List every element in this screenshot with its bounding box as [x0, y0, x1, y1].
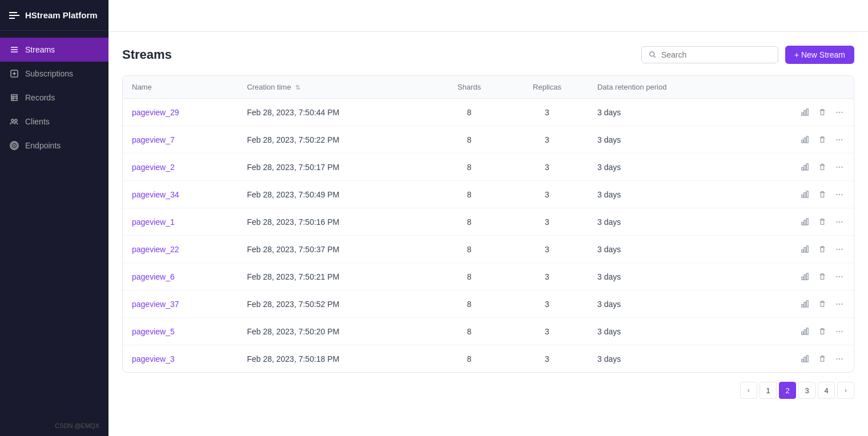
stream-delete-button[interactable]: [817, 354, 827, 364]
table-row: pageview_34 Feb 28, 2023, 7:50:49 PM 8 3…: [123, 181, 854, 208]
cell-name: pageview_6: [123, 263, 238, 290]
svg-rect-57: [806, 328, 808, 334]
svg-rect-14: [804, 138, 806, 143]
stream-link[interactable]: pageview_3: [132, 354, 175, 364]
pagination-page-4[interactable]: 4: [818, 382, 835, 399]
svg-point-22: [836, 166, 837, 167]
svg-rect-20: [804, 165, 806, 170]
search-box[interactable]: [641, 46, 778, 63]
cell-creation-time: Feb 28, 2023, 7:50:18 PM: [238, 345, 432, 373]
stream-stats-button[interactable]: [799, 271, 810, 282]
pagination-page-2[interactable]: 2: [779, 382, 796, 399]
cell-creation-time: Feb 28, 2023, 7:50:17 PM: [238, 154, 432, 181]
cell-replicas: 3: [506, 236, 588, 263]
sidebar-item-streams[interactable]: Streams: [0, 38, 108, 62]
new-stream-button[interactable]: + New Stream: [785, 46, 854, 64]
stream-more-button[interactable]: [834, 326, 845, 337]
stream-delete-button[interactable]: [817, 272, 827, 282]
svg-point-36: [841, 221, 842, 222]
svg-point-46: [836, 276, 837, 277]
subscriptions-icon: [9, 68, 19, 79]
logo-icon: [9, 12, 19, 19]
svg-rect-9: [806, 109, 808, 115]
svg-rect-61: [802, 359, 803, 362]
cell-shards: 8: [432, 290, 506, 318]
stream-delete-button[interactable]: [817, 107, 827, 118]
stream-link[interactable]: pageview_29: [132, 108, 179, 117]
sidebar-item-records[interactable]: Records: [0, 86, 108, 110]
stream-more-button[interactable]: [834, 244, 845, 255]
cell-replicas: 3: [506, 154, 588, 181]
cell-actions: [742, 318, 854, 345]
pagination-prev[interactable]: ‹: [740, 382, 757, 399]
pagination-page-3[interactable]: 3: [798, 382, 815, 399]
cell-actions: [742, 181, 854, 208]
stream-link[interactable]: pageview_7: [132, 135, 175, 144]
stream-delete-button[interactable]: [817, 326, 827, 337]
svg-point-54: [841, 303, 842, 304]
pagination-next[interactable]: ›: [837, 382, 854, 399]
svg-rect-7: [802, 112, 803, 115]
stream-more-button[interactable]: [834, 107, 845, 118]
cell-actions: [742, 263, 854, 290]
svg-rect-26: [804, 193, 806, 197]
svg-rect-39: [806, 246, 808, 252]
cell-name: pageview_2: [123, 154, 238, 181]
cell-actions: [742, 154, 854, 181]
stream-more-button[interactable]: [834, 272, 845, 282]
cell-retention: 3 days: [588, 208, 742, 236]
svg-rect-56: [804, 330, 806, 334]
cell-shards: 8: [432, 154, 506, 181]
stream-more-button[interactable]: [834, 354, 845, 364]
sidebar-item-endpoints[interactable]: Endpoints: [0, 134, 108, 158]
stream-stats-button[interactable]: [799, 162, 810, 172]
stream-delete-button[interactable]: [817, 135, 827, 145]
cell-retention: 3 days: [588, 181, 742, 208]
sidebar-item-subscriptions[interactable]: Subscriptions: [0, 62, 108, 86]
stream-more-button[interactable]: [834, 189, 845, 200]
stream-link[interactable]: pageview_6: [132, 272, 175, 281]
stream-stats-button[interactable]: [799, 216, 810, 227]
stream-link[interactable]: pageview_34: [132, 190, 179, 199]
stream-more-button[interactable]: [834, 162, 845, 172]
stream-link[interactable]: pageview_22: [132, 245, 179, 254]
svg-rect-51: [806, 301, 808, 307]
stream-stats-button[interactable]: [799, 326, 810, 337]
stream-more-button[interactable]: [834, 217, 845, 227]
cell-retention: 3 days: [588, 126, 742, 154]
svg-rect-43: [802, 277, 803, 280]
stream-stats-button[interactable]: [799, 244, 810, 255]
stream-delete-button[interactable]: [817, 189, 827, 200]
stream-stats-button[interactable]: [799, 298, 810, 309]
stream-link[interactable]: pageview_5: [132, 327, 175, 336]
stream-more-button[interactable]: [834, 135, 845, 145]
stream-stats-button[interactable]: [799, 353, 810, 364]
cell-name: pageview_1: [123, 208, 238, 236]
svg-point-16: [836, 139, 837, 140]
cell-shards: 8: [432, 208, 506, 236]
cell-retention: 3 days: [588, 290, 742, 318]
col-creation-time[interactable]: Creation time ⇅: [238, 76, 432, 99]
stream-stats-button[interactable]: [799, 107, 810, 118]
cell-shards: 8: [432, 181, 506, 208]
main-content: Streams + New Stream Name: [108, 0, 868, 436]
stream-delete-button[interactable]: [817, 217, 827, 227]
search-input[interactable]: [661, 50, 771, 59]
stream-stats-button[interactable]: [799, 189, 810, 200]
cell-actions: [742, 290, 854, 318]
svg-rect-31: [802, 222, 803, 225]
stream-delete-button[interactable]: [817, 162, 827, 172]
stream-more-button[interactable]: [834, 299, 845, 309]
sidebar-item-clients[interactable]: Clients: [0, 110, 108, 134]
stream-stats-button[interactable]: [799, 134, 810, 145]
stream-link[interactable]: pageview_2: [132, 163, 175, 172]
svg-point-28: [836, 193, 837, 195]
pagination-page-1[interactable]: 1: [760, 382, 777, 399]
stream-delete-button[interactable]: [817, 299, 827, 309]
svg-point-1: [11, 119, 14, 122]
svg-rect-44: [804, 275, 806, 280]
stream-delete-button[interactable]: [817, 244, 827, 255]
svg-point-60: [841, 330, 842, 332]
stream-link[interactable]: pageview_37: [132, 300, 179, 309]
stream-link[interactable]: pageview_1: [132, 217, 175, 227]
